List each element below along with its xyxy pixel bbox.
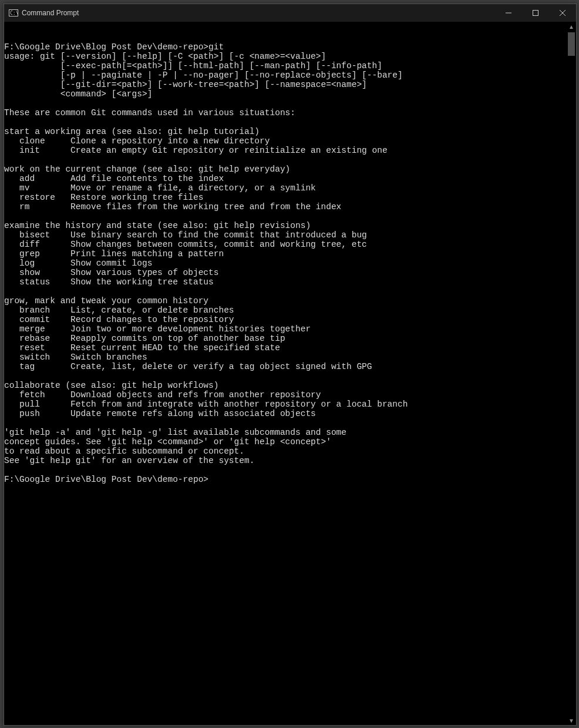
console-output[interactable]: F:\Google Drive\Blog Post Dev\demo-repo>… <box>4 31 567 717</box>
cmd-icon: C:\ <box>9 8 18 18</box>
close-button[interactable] <box>549 4 576 22</box>
minimize-button[interactable] <box>495 4 522 22</box>
scroll-up-arrow[interactable]: ▲ <box>567 22 576 31</box>
svg-text:C:\: C:\ <box>10 11 18 16</box>
scroll-thumb[interactable] <box>568 32 575 56</box>
vertical-scrollbar[interactable]: ▲ ▼ <box>567 22 576 725</box>
client-area: F:\Google Drive\Blog Post Dev\demo-repo>… <box>4 22 576 725</box>
command-prompt-window: C:\ Command Prompt F:\Google Drive\Blog … <box>4 4 577 726</box>
svg-rect-3 <box>533 11 538 16</box>
titlebar[interactable]: C:\ Command Prompt <box>4 4 576 22</box>
maximize-button[interactable] <box>522 4 549 22</box>
window-title: Command Prompt <box>22 9 79 17</box>
scroll-down-arrow[interactable]: ▼ <box>567 716 576 725</box>
